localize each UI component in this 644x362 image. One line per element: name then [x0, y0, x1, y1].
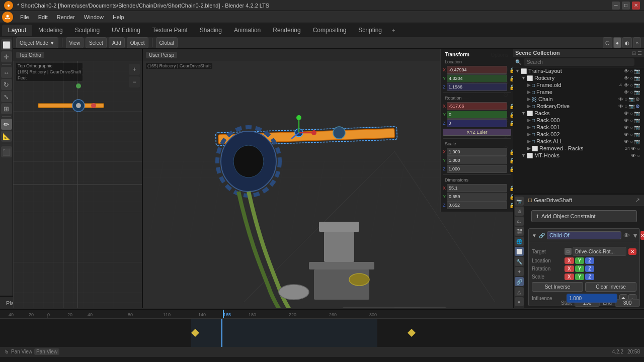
constraint-name-input[interactable] [547, 231, 621, 239]
scene-col-settings[interactable]: ☰ [637, 50, 642, 56]
tree-item-frame-old[interactable]: ▶ □ Frame.old 4 👁 ○ 📷 [513, 81, 644, 88]
material-btn[interactable]: ◐ [622, 37, 632, 48]
constraint-rot-y-btn[interactable]: Y [575, 265, 585, 272]
object-menu[interactable]: Object [127, 37, 148, 48]
tree-item-rack000[interactable]: ▶ □ Rack.000 👁 ○ 📷 [513, 117, 644, 124]
prop-tab-view-layer[interactable]: 🗂 [515, 217, 524, 226]
rack000-render-icon[interactable]: 📷 [634, 118, 640, 123]
racks-all-render-icon[interactable]: 📷 [634, 139, 640, 144]
racks-render-icon[interactable]: 📷 [634, 111, 640, 116]
euler-mode-selector[interactable]: XYZ Euler [443, 129, 511, 136]
tab-uv-editing[interactable]: UV Editing [106, 25, 146, 36]
roticerydrive-vis-icon[interactable]: 👁 [618, 104, 623, 109]
chain-vis-icon[interactable]: 👁 [618, 97, 623, 102]
tool-move[interactable]: ↔ [1, 67, 12, 78]
tree-item-roticerydrive[interactable]: ▶ □ RoticeryDrive 👁 ○ 📷 ⚙ [513, 103, 644, 110]
minimize-button[interactable]: ─ [612, 2, 620, 10]
tab-scripting[interactable]: Scripting [352, 25, 388, 36]
filter-icon[interactable]: ⊟ [632, 50, 636, 56]
tool-annotate[interactable]: ✏ [1, 119, 12, 130]
influence-bar[interactable]: 1.000 [567, 294, 617, 303]
frame-old-render-icon[interactable]: 📷 [634, 82, 640, 88]
chain-render-icon[interactable]: 📷 [628, 97, 634, 102]
render-icon[interactable]: 📷 [634, 68, 640, 74]
rack002-render-icon[interactable]: 📷 [634, 132, 640, 137]
viewport-main-perspective[interactable]: User Persp Options (165) Roticery | Gear… [143, 49, 513, 308]
menu-file[interactable]: File [16, 13, 33, 21]
solid-btn[interactable]: ● [613, 37, 621, 48]
dim-x-input[interactable] [447, 184, 507, 192]
set-inverse-button[interactable]: Set Inverse [532, 282, 583, 292]
view-menu[interactable]: View [66, 37, 84, 48]
frame-old-vis-icon[interactable]: 👁 [624, 82, 629, 88]
rack001-restrict-icon[interactable]: ○ [630, 125, 633, 130]
tool-transform[interactable]: ⊞ [1, 103, 12, 114]
blender-logo-menu[interactable] [2, 12, 13, 23]
scale-y-input[interactable] [447, 156, 507, 164]
tab-compositing[interactable]: Compositing [307, 25, 353, 36]
rendered-btn[interactable]: ○ [633, 37, 641, 48]
tab-rendering[interactable]: Rendering [267, 25, 306, 36]
menu-window[interactable]: Window [80, 13, 108, 21]
outliner-search-input[interactable] [524, 58, 634, 66]
add-workspace-button[interactable]: + [388, 25, 399, 35]
menu-help[interactable]: Help [109, 13, 128, 21]
rack002-restrict-icon[interactable]: ○ [630, 132, 633, 137]
clear-inverse-button[interactable]: Clear Inverse [585, 282, 636, 292]
tree-item-rack001[interactable]: ▶ □ Rack.001 👁 ○ 📷 [513, 124, 644, 131]
racks-vis-icon[interactable]: 👁 [624, 111, 629, 116]
location-y-input[interactable] [447, 74, 507, 82]
tab-shading[interactable]: Shading [194, 25, 228, 36]
tree-item-chain[interactable]: ▶ ⛓ Chain 👁 ○ 📷 ⚙ [513, 96, 644, 103]
object-expand-icon[interactable]: ↗ [635, 197, 640, 204]
roticery-restrict-icon[interactable]: ○ [630, 75, 633, 81]
constraint-remove-button[interactable]: ✕ [640, 231, 644, 240]
prop-tab-output[interactable]: 🖥 [515, 207, 524, 216]
constraint-down-icon[interactable]: ▼ [632, 232, 638, 239]
rack001-vis-icon[interactable]: 👁 [624, 125, 629, 130]
tab-modeling[interactable]: Modeling [32, 25, 69, 36]
add-object-constraint-button[interactable]: + Add Object Constraint [531, 210, 637, 222]
constraint-scale-z-btn[interactable]: Z [585, 274, 594, 280]
tree-item-frame[interactable]: ▶ □ Frame 👁 ○ 📷 [513, 88, 644, 96]
scale-z-input[interactable] [447, 165, 507, 173]
menu-render[interactable]: Render [53, 13, 79, 21]
tab-animation[interactable]: Animation [228, 25, 267, 36]
constraint-rot-x-btn[interactable]: X [565, 265, 574, 272]
visibility-icon[interactable]: 👁 [624, 68, 629, 74]
frame-vis-icon[interactable]: 👁 [624, 89, 629, 95]
vp-top-view-type[interactable]: Top Ortho [16, 52, 44, 58]
close-button[interactable]: ✕ [632, 2, 640, 10]
prop-tab-object[interactable]: ⬜ [515, 247, 524, 256]
mode-selector[interactable]: Object Mode ▼ [16, 37, 58, 48]
end-frame-input[interactable] [615, 299, 640, 307]
dim-z-input[interactable] [447, 201, 507, 209]
tab-texture-paint[interactable]: Texture Paint [146, 25, 194, 36]
constraint-toggle-btn[interactable]: ▼ [532, 233, 537, 238]
tree-item-removed-racks[interactable]: ▶ ⬜ Removed - Racks 24 👁 ○ [513, 145, 644, 152]
tree-item-trains-layout[interactable]: ▼ ⬜ Trains-Layout 👁 ○ 📷 [513, 67, 644, 74]
frame-restrict-icon[interactable]: ○ [630, 89, 633, 95]
rotation-y-input[interactable] [447, 111, 507, 119]
menu-edit[interactable]: Edit [34, 13, 52, 21]
rack001-render-icon[interactable]: 📷 [634, 125, 640, 130]
prop-tab-data[interactable]: △ [515, 287, 524, 296]
target-value[interactable]: Drive-Clock-Rot... [573, 247, 626, 256]
constraint-visibility-icon[interactable]: 👁 [623, 232, 630, 239]
rack000-vis-icon[interactable]: 👁 [624, 118, 629, 123]
constraint-scale-y-btn[interactable]: Y [575, 274, 585, 280]
prop-tab-world[interactable]: 🌐 [515, 237, 524, 246]
mt-hooks-restrict-icon[interactable]: ○ [637, 153, 640, 158]
wireframe-btn[interactable]: ⬡ [603, 37, 612, 48]
tree-item-mt-hooks[interactable]: ▼ ⬜ MT-Hooks 👁 ○ [513, 152, 644, 159]
roticerydrive-restrict-icon[interactable]: ○ [624, 104, 627, 109]
racks-all-vis-icon[interactable]: 👁 [624, 139, 629, 144]
roticery-render-icon[interactable]: 📷 [634, 75, 640, 81]
constraint-loc-y-btn[interactable]: Y [575, 257, 585, 264]
constraint-scale-x-btn[interactable]: X [565, 274, 574, 280]
tool-scale[interactable]: ⤡ [1, 91, 12, 102]
removed-racks-vis-icon[interactable]: 👁 [631, 146, 636, 151]
tree-item-racks-all[interactable]: ▶ □ Racks ALL 👁 ○ 📷 [513, 138, 644, 145]
maximize-button[interactable]: □ [622, 2, 630, 10]
rotation-x-input[interactable] [447, 102, 507, 110]
